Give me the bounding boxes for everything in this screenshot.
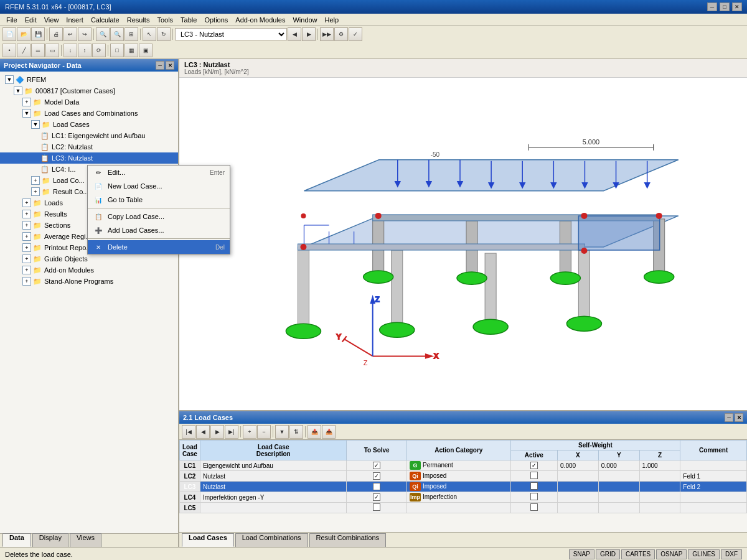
table-title-btns[interactable]: ─ ✕ bbox=[725, 413, 743, 422]
cb-active-lc1[interactable] bbox=[530, 462, 538, 469]
menu-options[interactable]: Options bbox=[200, 15, 232, 25]
td-active-lc5[interactable] bbox=[510, 503, 557, 513]
tb-table-export[interactable]: 📤 bbox=[308, 425, 321, 439]
tb-member[interactable]: ═ bbox=[31, 44, 45, 57]
tb-new[interactable]: 📄 bbox=[2, 27, 16, 41]
expand-project[interactable]: ▼ bbox=[14, 86, 22, 95]
expand-guide[interactable]: + bbox=[22, 254, 31, 263]
tree-model-data[interactable]: + 📁 Model Data bbox=[0, 96, 178, 108]
tb-render1[interactable]: □ bbox=[110, 44, 124, 57]
tb-load3[interactable]: ⟳ bbox=[92, 44, 106, 57]
tb-rotate[interactable]: ↻ bbox=[157, 27, 171, 41]
maximize-button[interactable]: □ bbox=[720, 2, 730, 11]
tree-project[interactable]: ▼ 📁 000817 [Customer Cases] bbox=[0, 85, 178, 96]
expand-rco[interactable]: + bbox=[31, 187, 40, 196]
cb-active-lc2[interactable] bbox=[530, 472, 538, 479]
tree-lc2[interactable]: 📋 LC2: Nutzlast bbox=[0, 141, 178, 152]
tab-result-combinations[interactable]: Result Combinations bbox=[309, 533, 387, 547]
tb-redo[interactable]: ↪ bbox=[78, 27, 92, 41]
cb-solve-lc5[interactable] bbox=[373, 503, 380, 511]
expand-model-data[interactable]: + bbox=[22, 98, 31, 106]
tab-load-cases[interactable]: Load Cases bbox=[182, 533, 234, 547]
osnap-btn[interactable]: OSNAP bbox=[656, 549, 687, 559]
load-case-combo[interactable]: LC3 - Nutzlast bbox=[175, 28, 287, 40]
tb-table-add-row[interactable]: + bbox=[243, 425, 256, 439]
menu-edit[interactable]: Edit bbox=[21, 15, 40, 25]
viewport-3d[interactable]: 5.000 -50 bbox=[179, 78, 747, 410]
cb-active-lc5[interactable] bbox=[530, 503, 538, 511]
table-row[interactable]: LC3 Nutzlast QiImposed Feld 2 bbox=[180, 482, 747, 492]
expand-lco[interactable]: + bbox=[31, 176, 40, 185]
tb-node[interactable]: • bbox=[2, 44, 16, 57]
td-active-lc4[interactable] bbox=[510, 492, 557, 503]
tb-surface[interactable]: ▭ bbox=[45, 44, 59, 57]
tb-save[interactable]: 💾 bbox=[31, 27, 45, 41]
tb-table-prev[interactable]: ◀ bbox=[196, 425, 210, 439]
panel-minimize-btn[interactable]: ─ bbox=[156, 61, 164, 70]
tb-line[interactable]: ╱ bbox=[17, 44, 31, 57]
tb-check[interactable]: ✓ bbox=[349, 27, 362, 41]
tab-display[interactable]: Display bbox=[32, 533, 68, 547]
tb-load2[interactable]: ↕ bbox=[78, 44, 92, 57]
tree-guide-objects[interactable]: + 📁 Guide Objects bbox=[0, 253, 178, 264]
tb-zoom-out[interactable]: 🔍 bbox=[110, 27, 124, 41]
td-active-lc1[interactable] bbox=[510, 460, 557, 471]
ctx-delete[interactable]: ✕ Delete Del bbox=[88, 240, 230, 254]
close-button[interactable]: ✕ bbox=[732, 2, 742, 11]
tb-open[interactable]: 📂 bbox=[17, 27, 31, 41]
table-row[interactable]: LC1 Eigengewicht und Aufbau GPermanent 0… bbox=[180, 460, 747, 471]
tree-standalone[interactable]: + 📁 Stand-Alone Programs bbox=[0, 276, 178, 287]
tb-table-last[interactable]: ▶| bbox=[225, 425, 238, 439]
tree-addon-modules[interactable]: + 📁 Add-on Modules bbox=[0, 264, 178, 276]
panel-title-btns[interactable]: ─ ✕ bbox=[156, 61, 174, 70]
menu-window[interactable]: Window bbox=[289, 15, 321, 25]
tab-load-combinations[interactable]: Load Combinations bbox=[235, 533, 308, 547]
td-solve-lc1[interactable] bbox=[347, 460, 407, 471]
tb-table-next[interactable]: ▶ bbox=[210, 425, 224, 439]
tree-load-cases-combinations[interactable]: ▼ 📁 Load Cases and Combinations bbox=[0, 108, 178, 119]
expand-rfem[interactable]: ▼ bbox=[5, 75, 14, 84]
ctx-copy-load-case[interactable]: 📋 Copy Load Case... bbox=[88, 210, 230, 223]
menu-addon[interactable]: Add-on Modules bbox=[232, 15, 289, 25]
tb-zoom-in[interactable]: 🔍 bbox=[96, 27, 110, 41]
tb-prev-case[interactable]: ◀ bbox=[288, 27, 301, 41]
tree-lc3[interactable]: 📋 LC3: Nutzlast bbox=[0, 152, 178, 164]
ctx-go-to-table[interactable]: 📊 Go to Table bbox=[88, 193, 230, 207]
tb-select[interactable]: ↖ bbox=[143, 27, 156, 41]
tb-table-del-row[interactable]: − bbox=[257, 425, 271, 439]
tree-rfem[interactable]: ▼ 🔷 RFEM bbox=[0, 74, 178, 85]
glines-btn[interactable]: GLINES bbox=[688, 549, 720, 559]
tab-data[interactable]: Data bbox=[2, 533, 31, 547]
cartes-btn[interactable]: CARTES bbox=[621, 549, 655, 559]
cb-solve-lc1[interactable] bbox=[373, 462, 380, 469]
table-row[interactable]: LC4 Imperfektion gegen -Y ImpImperfectio… bbox=[180, 492, 747, 503]
td-active-lc2[interactable] bbox=[510, 471, 557, 482]
expand-print[interactable]: + bbox=[22, 243, 31, 252]
tb-table-sort[interactable]: ⇅ bbox=[289, 425, 303, 439]
cb-solve-lc3[interactable] bbox=[373, 483, 380, 490]
menu-table[interactable]: Table bbox=[177, 15, 200, 25]
expand-load-cases[interactable]: ▼ bbox=[22, 109, 31, 118]
td-active-lc3[interactable] bbox=[510, 482, 557, 492]
tb-zoom-all[interactable]: ⊞ bbox=[125, 27, 138, 41]
menu-calculate[interactable]: Calculate bbox=[87, 15, 123, 25]
tab-views[interactable]: Views bbox=[70, 533, 101, 547]
expand-sections[interactable]: + bbox=[22, 221, 31, 230]
table-minimize-btn[interactable]: ─ bbox=[725, 413, 733, 422]
ctx-add-load-cases[interactable]: ➕ Add Load Cases... bbox=[88, 223, 230, 237]
tb-table-import[interactable]: 📥 bbox=[322, 425, 336, 439]
tree-load-cases[interactable]: ▼ 📁 Load Cases bbox=[0, 119, 178, 130]
panel-close-btn[interactable]: ✕ bbox=[166, 61, 174, 70]
expand-addon[interactable]: + bbox=[22, 266, 31, 274]
tb-settings[interactable]: ⚙ bbox=[334, 27, 348, 41]
tb-render2[interactable]: ▦ bbox=[125, 44, 138, 57]
expand-lc[interactable]: ▼ bbox=[31, 120, 40, 129]
cb-active-lc3[interactable] bbox=[530, 482, 538, 490]
tb-table-first[interactable]: |◀ bbox=[182, 425, 195, 439]
tb-run[interactable]: ▶▶ bbox=[320, 27, 334, 41]
td-solve-lc2[interactable] bbox=[347, 471, 407, 482]
ctx-new-load-case[interactable]: 📄 New Load Case... bbox=[88, 179, 230, 193]
tree-lc1[interactable]: 📋 LC1: Eigengewicht und Aufbau bbox=[0, 130, 178, 141]
tb-undo[interactable]: ↩ bbox=[63, 27, 77, 41]
cb-solve-lc4[interactable] bbox=[373, 493, 380, 501]
